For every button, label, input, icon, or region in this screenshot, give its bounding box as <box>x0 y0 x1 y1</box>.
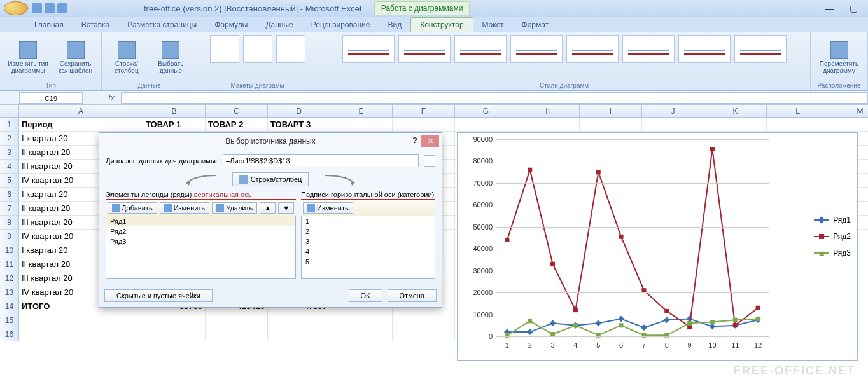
cell-C16[interactable] <box>206 327 268 341</box>
row-header-3[interactable]: 3 <box>0 146 19 160</box>
help-icon[interactable]: ? <box>412 135 417 145</box>
cell-A1[interactable]: Период <box>19 118 143 132</box>
row-header-9[interactable]: 9 <box>0 230 19 243</box>
list-item[interactable]: 4 <box>302 247 435 257</box>
row-header-4[interactable]: 4 <box>0 160 19 174</box>
close-icon[interactable]: ✕ <box>421 135 439 147</box>
office-button[interactable] <box>4 1 28 15</box>
range-selector-icon[interactable] <box>424 155 435 167</box>
tab-формат[interactable]: Формат <box>513 18 558 32</box>
cell-A16[interactable] <box>19 327 143 341</box>
style-thumb[interactable] <box>566 35 619 63</box>
style-thumb[interactable] <box>342 35 395 63</box>
cell-F1[interactable] <box>393 118 455 132</box>
cell-D1[interactable]: ТОВАРТ 3 <box>268 118 330 132</box>
row-header-14[interactable]: 14 <box>0 299 19 313</box>
cell-F15[interactable] <box>393 313 455 327</box>
style-thumb[interactable] <box>678 35 731 63</box>
tab-вид[interactable]: Вид <box>379 18 410 32</box>
cell-A15[interactable] <box>19 313 143 327</box>
switch-row-column-button[interactable]: Строка/столбец <box>232 172 309 186</box>
row-header-16[interactable]: 16 <box>0 327 19 341</box>
cell-C1[interactable]: ТОВАР 2 <box>206 118 268 132</box>
tab-формулы[interactable]: Формулы <box>206 18 256 32</box>
row-header-1[interactable]: 1 <box>0 118 19 132</box>
tab-макет[interactable]: Макет <box>473 18 513 32</box>
cell-C15[interactable] <box>206 313 268 327</box>
cell-B15[interactable] <box>143 313 206 327</box>
chart-object[interactable]: 0100002000030000400005000060000700008000… <box>457 132 858 361</box>
col-header-I[interactable]: I <box>580 105 642 118</box>
cancel-button[interactable]: Отмена <box>388 289 437 302</box>
dialog-title-bar[interactable]: Выбор источника данных ? ✕ <box>99 133 442 149</box>
formula-input[interactable] <box>121 92 868 104</box>
undo-icon[interactable] <box>45 3 55 13</box>
cell-E15[interactable] <box>330 313 393 327</box>
edit-categories-button[interactable]: Изменить <box>303 202 353 214</box>
add-series-button[interactable]: Добавить <box>108 202 157 214</box>
select-all-corner[interactable] <box>0 105 19 118</box>
cell-I1[interactable] <box>580 118 642 132</box>
col-header-C[interactable]: C <box>206 105 268 118</box>
switch-row-col-button[interactable]: Строка/столбец <box>107 40 146 76</box>
cell-E16[interactable] <box>330 327 393 341</box>
tab-конструктор[interactable]: Конструктор <box>410 17 473 32</box>
save-template-button[interactable]: Сохранить как шаблон <box>55 40 96 76</box>
tab-вставка[interactable]: Вставка <box>73 18 119 32</box>
save-icon[interactable] <box>32 3 42 13</box>
row-header-15[interactable]: 15 <box>0 313 19 327</box>
hidden-cells-button[interactable]: Скрытые и пустые ячейки <box>104 289 213 302</box>
row-header-13[interactable]: 13 <box>0 285 19 299</box>
style-thumb[interactable] <box>454 35 507 63</box>
style-thumb[interactable] <box>398 35 451 63</box>
fx-icon[interactable]: fx <box>102 93 121 102</box>
row-header-2[interactable]: 2 <box>0 132 19 146</box>
cell-H1[interactable] <box>517 118 580 132</box>
list-item[interactable]: 5 <box>302 257 435 267</box>
col-header-L[interactable]: L <box>767 105 829 118</box>
cell-D16[interactable] <box>268 327 330 341</box>
list-item[interactable]: Ряд2 <box>106 226 295 237</box>
cell-B16[interactable] <box>143 327 206 341</box>
list-item[interactable]: 2 <box>302 226 435 237</box>
move-down-button[interactable]: ▼ <box>278 202 294 214</box>
tab-разметка страницы[interactable]: Разметка страницы <box>118 18 206 32</box>
col-header-A[interactable]: A <box>19 105 143 118</box>
tab-главная[interactable]: Главная <box>25 18 73 32</box>
row-header-10[interactable]: 10 <box>0 243 19 257</box>
style-thumb[interactable] <box>510 35 563 63</box>
col-header-M[interactable]: M <box>829 105 868 118</box>
list-item[interactable]: 3 <box>302 237 435 247</box>
cell-G1[interactable] <box>455 118 517 132</box>
col-header-K[interactable]: K <box>704 105 767 118</box>
row-header-8[interactable]: 8 <box>0 216 19 230</box>
layout-thumb[interactable] <box>210 35 239 63</box>
list-item[interactable]: 1 <box>302 216 435 226</box>
style-thumb[interactable] <box>622 35 675 63</box>
row-header-12[interactable]: 12 <box>0 271 19 285</box>
select-data-button[interactable]: Выбрать данные <box>150 40 192 76</box>
move-up-button[interactable]: ▲ <box>260 202 276 214</box>
col-header-G[interactable]: G <box>455 105 517 118</box>
move-chart-button[interactable]: Переместить диаграмму <box>816 40 862 76</box>
col-header-B[interactable]: B <box>143 105 206 118</box>
style-thumb[interactable] <box>734 35 787 63</box>
tab-рецензирование[interactable]: Рецензирование <box>302 18 379 32</box>
layout-thumb[interactable] <box>276 35 305 63</box>
name-box[interactable]: C19 <box>19 92 83 104</box>
row-header-7[interactable]: 7 <box>0 202 19 216</box>
col-header-F[interactable]: F <box>393 105 455 118</box>
cell-L1[interactable] <box>767 118 829 132</box>
cell-D15[interactable] <box>268 313 330 327</box>
cell-E1[interactable] <box>330 118 393 132</box>
chart-range-input[interactable] <box>223 154 419 167</box>
delete-series-button[interactable]: Удалить <box>212 202 257 214</box>
ok-button[interactable]: ОК <box>349 289 382 302</box>
cell-K1[interactable] <box>704 118 767 132</box>
col-header-H[interactable]: H <box>517 105 580 118</box>
redo-icon[interactable] <box>57 3 67 13</box>
window-controls[interactable]: — ▢ <box>825 3 864 13</box>
cell-M1[interactable] <box>829 118 868 132</box>
row-header-5[interactable]: 5 <box>0 174 19 188</box>
cell-B1[interactable]: ТОВАР 1 <box>143 118 206 132</box>
